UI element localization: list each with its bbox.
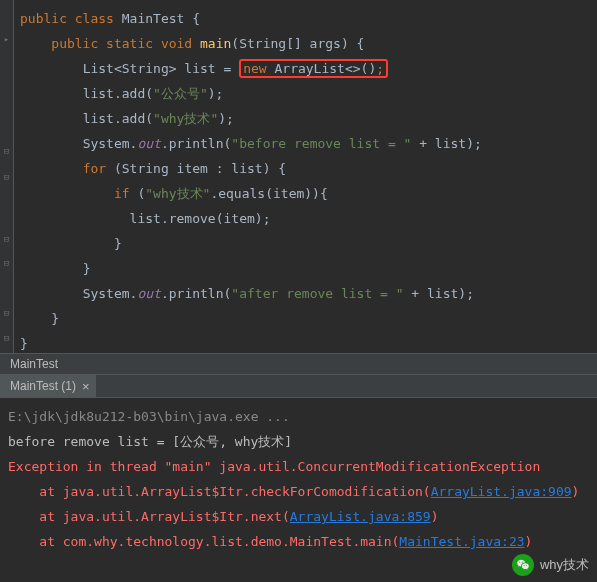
exception-line: Exception in thread "main" java.util.Con…: [8, 459, 540, 474]
watermark: why技术: [512, 554, 589, 576]
keyword: public static void: [51, 36, 192, 51]
fold-icon[interactable]: ⊟: [1, 172, 12, 183]
code-area[interactable]: public class MainTest { public static vo…: [14, 0, 597, 353]
keyword: public class: [20, 11, 114, 26]
tab-label: MainTest (1): [10, 379, 76, 393]
fold-end-icon[interactable]: ⊟: [1, 258, 12, 269]
gutter: ▸ ⊟ ⊟ ⊟ ⊟ ⊟ ⊟: [0, 0, 14, 353]
fold-end-icon[interactable]: ⊟: [1, 333, 12, 344]
source-link[interactable]: ArrayList.java:909: [431, 484, 572, 499]
tab-maintest-1[interactable]: MainTest (1) ×: [0, 375, 97, 397]
console-output[interactable]: E:\jdk\jdk8u212-b03\bin\java.exe ... bef…: [0, 398, 597, 560]
watermark-text: why技术: [540, 556, 589, 574]
close-icon[interactable]: ×: [82, 379, 90, 394]
highlighted-code: new ArrayList<>();: [239, 59, 388, 78]
string-literal: "公众号": [153, 86, 208, 101]
class-name: MainTest: [122, 11, 185, 26]
fold-end-icon[interactable]: ⊟: [1, 308, 12, 319]
fold-end-icon[interactable]: ⊟: [1, 234, 12, 245]
method-name: main: [200, 36, 231, 51]
string-literal: "why技术": [153, 111, 218, 126]
breadcrumb-item[interactable]: MainTest: [10, 357, 58, 371]
stack-frame: at com.why.technology.list.demo.MainTest…: [8, 534, 399, 549]
field-ref: out: [137, 136, 160, 151]
wechat-icon: [512, 554, 534, 576]
stack-frame: at java.util.ArrayList$Itr.next(: [8, 509, 290, 524]
source-link[interactable]: ArrayList.java:859: [290, 509, 431, 524]
console-tab-bar: MainTest (1) ×: [0, 375, 597, 398]
console-command: E:\jdk\jdk8u212-b03\bin\java.exe ...: [8, 409, 290, 424]
stack-frame: at java.util.ArrayList$Itr.checkForComod…: [8, 484, 431, 499]
source-link[interactable]: MainTest.java:23: [399, 534, 524, 549]
console-line: before remove list = [公众号, why技术]: [8, 434, 292, 449]
breadcrumb[interactable]: MainTest: [0, 353, 597, 375]
fold-icon[interactable]: ⊟: [1, 146, 12, 157]
run-gutter-icon[interactable]: ▸: [1, 34, 12, 45]
editor-pane: ▸ ⊟ ⊟ ⊟ ⊟ ⊟ ⊟ public class MainTest { pu…: [0, 0, 597, 353]
